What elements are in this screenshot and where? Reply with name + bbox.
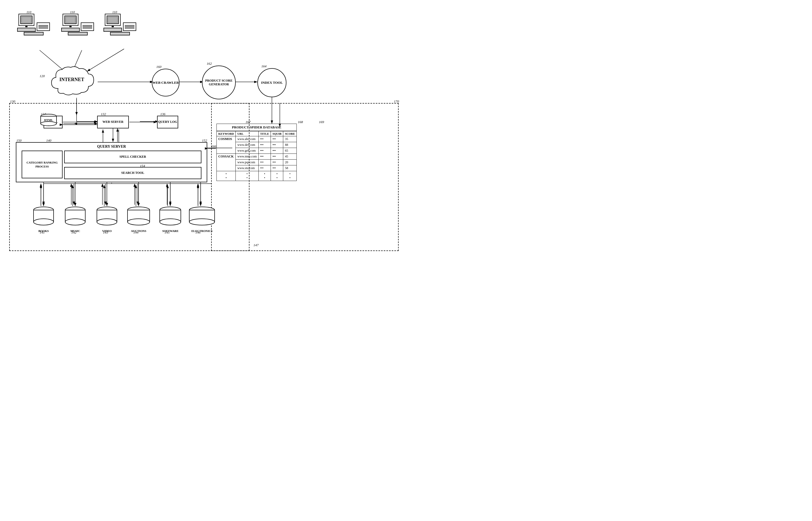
svg-point-61 [41,121,56,126]
ref-141: 141 [40,230,45,234]
svg-text:INTERNET: INTERNET [59,77,84,82]
web-server-node: WEB SERVER [97,116,129,129]
col-title: TITLE [258,131,271,136]
ref-164: 164 [261,64,267,68]
svg-point-46 [65,219,85,225]
ref-136: 136 [160,112,166,116]
ref-166: 166 [211,144,216,149]
ref-140: 140 [46,138,51,143]
ref-162: 162 [207,62,212,66]
music-db: MUSIC 142 [63,206,87,233]
col-keyword: KEYWORD [217,131,236,136]
svg-point-55 [160,219,181,225]
ref-146: 146 [195,230,200,234]
internet-cloud: INTERNET 120 [48,65,96,100]
table-row-dots: •• •• •• •• •• [217,171,297,181]
query-server-node: QUERY SERVER CATEGORY RANKING PROCESS SP… [16,142,207,182]
ref-130: 130 [10,99,15,104]
computer-1 [17,14,50,36]
computer-2 [61,14,94,36]
col-squib: SQUIB [271,131,283,136]
ref-160: 160 [156,65,162,69]
ref-147: 147 [254,243,259,247]
software-label: SOFTWARE [158,229,183,233]
ref-144: 144 [133,230,139,234]
auctions-db: AUCTIONS 144 [125,206,152,233]
software-db: SOFTWARE 145 [158,206,183,233]
svg-point-52 [127,219,150,225]
svg-point-43 [33,219,54,225]
ref-132: 132 [101,112,106,116]
col-url: URL [236,131,258,136]
computer-3 [103,14,136,36]
ref-120: 120 [40,74,45,78]
ref-150: 150 [16,138,22,143]
web-crawler-node: WEB CRAWLER [152,69,180,96]
ref-168: 168 [298,120,303,124]
books-db: BOOKS 141 [32,206,55,233]
ref-143: 143 [103,230,108,234]
category-ranking-node: CATEGORY RANKING PROCESS [22,151,63,178]
ref-145: 145 [164,230,170,234]
video-db: VIDEO 143 [95,206,119,233]
table-row: COSMOS www.abc.com••••••35 [217,136,297,142]
ref-170: 170 [394,99,399,104]
svg-point-49 [97,219,117,225]
ref-152: 152 [202,138,207,143]
ref-167: 167 [245,120,251,124]
diagram: 110 110 110 [0,0,406,260]
auctions-label: AUCTIONS [125,229,152,233]
electronics-db: ELECTRONICS 146 [187,206,216,233]
spell-checker-node: SPELL CHECKER [64,151,201,163]
index-tool-node: INDEX TOOL [257,68,286,97]
col-score: SCORE [283,131,297,136]
table-title: PRODUCT SPIDER DATABASE [217,124,297,131]
html-cylinder: HTML [39,114,58,129]
svg-text:HTML: HTML [44,118,53,121]
ref-154: 154 [140,164,145,168]
ref-142: 142 [71,230,76,234]
svg-point-58 [189,219,215,225]
electronics-label: ELECTRONICS [187,229,216,233]
ref-169: 169 [319,120,324,124]
table-row: COSSACK www.mno.com••••••45 [217,154,297,160]
query-log-node: QUERY LOG [157,116,178,129]
search-tool-node: SEARCH TOOL [64,167,201,179]
product-score-generator-node: PRODUCT SCORE GENERATOR [202,66,236,99]
query-server-label: QUERY SERVER [97,144,126,149]
